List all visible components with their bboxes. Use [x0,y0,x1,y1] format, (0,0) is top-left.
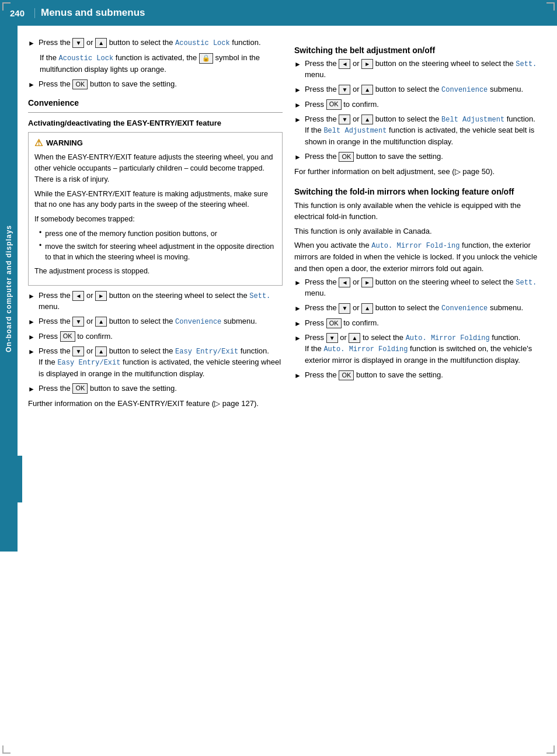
belt-step2: ► Press the ▼ or ▲ button to select the … [294,84,545,95]
belt-further-info: For further information on belt adjustme… [294,166,545,178]
mirror-step4-text: Press ▼ or ▲ to select the Auto. Mirror … [305,332,545,366]
belt-step5-arrow: ► [294,152,301,162]
bullet-arrow: ► [28,39,35,48]
step3-text: Press OK to confirm. [39,331,283,342]
auto-mirror-fn2: Auto. Mirror Folding [406,334,490,342]
mirror-step5-arrow: ► [294,371,301,381]
btn-up-b4: ▲ [361,115,373,124]
sidebar-label: On-board computer and displays [0,26,18,552]
warning-para2: While the EASY-ENTRY/EXIT feature is mak… [34,189,276,211]
sett-menu-m1: Sett. [516,279,537,287]
mirror-para1: This function is only available when the… [294,200,545,223]
blue-accent-bar [18,456,22,502]
btn-down-m4: ▼ [326,333,338,343]
mirror-step2-arrow: ► [294,304,301,314]
easy-entry-fn: Easy Entry/Exit [175,348,238,356]
belt-adj-fn: Belt Adjustment [441,116,504,124]
step1: ► Press the ◄ or ► button on the steerin… [28,290,283,313]
btn-up3: ▲ [95,346,107,356]
step3: ► Press OK to confirm. [28,331,283,342]
sidebar-label-text: On-board computer and displays [5,225,13,352]
mirror-step3-arrow: ► [294,319,301,329]
convenience-title: Convenience [28,98,283,107]
section-divider [28,112,283,113]
step3-arrow: ► [28,332,35,342]
mirror-step2: ► Press the ▼ or ▲ button to select the … [294,303,545,314]
main-content: ► Press the ▼ or ▲ button to select the … [22,32,557,756]
auto-mirror-fn: Auto. Mirror Fold‑ing [371,242,459,250]
warning-para4: The adjustment process is stopped. [34,266,276,277]
sett-menu-b1: Sett. [516,60,537,68]
press-ok-save-acoustic: ► Press the OK button to save the settin… [28,79,283,90]
lock-icon-box: 🔒 [199,53,213,63]
mirror-section-title: Switching the fold-in mirrors when locki… [294,187,545,196]
page-container: 240 Menus and submenus On-board computer… [0,0,557,756]
btn-right1: ► [95,291,107,301]
auto-mirror-fn3: Auto. Mirror Folding [323,345,408,353]
btn-up-m4: ▲ [349,333,360,343]
mirror-para2: This function is only available in Canad… [294,226,545,237]
corner-tr [546,2,555,11]
belt-step3: ► Press OK to confirm. [294,99,545,110]
step5-text: Press the OK button to save the setting. [39,383,283,394]
belt-step3-arrow: ► [294,100,301,110]
step2: ► Press the ▼ or ▲ button to select the … [28,316,283,327]
convenience-menu1: Convenience [175,318,221,326]
btn-ok-m5: OK [339,370,354,380]
mirror-step1-text: Press the ◄ or ► button on the steering … [305,277,545,299]
belt-step5: ► Press the OK button to save the settin… [294,151,545,162]
acoustic-lock-note: If the Acoustic Lock function is activat… [40,52,283,75]
left-column: ► Press the ▼ or ▲ button to select the … [28,37,283,744]
belt-step5-text: Press the OK button to save the setting. [305,151,545,162]
activating-title: Activating/deactivating the EASY-ENTRY/E… [28,119,283,127]
btn-left-m1: ◄ [339,278,350,287]
warning-para1: When the EASY-ENTRY/EXIT feature adjusts… [34,152,276,185]
mirror-step4-arrow: ► [294,334,301,344]
step5-arrow: ► [28,384,35,394]
mirror-step3-text: Press OK to confirm. [305,318,545,329]
btn-up-m2: ▲ [361,303,373,313]
belt-step1-text: Press the ◄ or ► button on the steering … [305,58,545,81]
btn-down-b2: ▼ [339,85,350,95]
corner-bl [2,745,11,754]
mirror-para3: When you activate the Auto. Mirror Fold‑… [294,240,545,274]
step4-text: Press the ▼ or ▲ button to select the Ea… [39,346,283,380]
btn-down: ▼ [72,38,84,48]
btn-ok3: OK [72,383,88,393]
btn-right-m1: ► [361,278,373,287]
mirror-step2-text: Press the ▼ or ▲ button to select the Co… [305,303,545,314]
belt-step4-arrow: ► [294,115,301,125]
step1-text: Press the ◄ or ► button on the steering … [39,290,283,313]
mirror-step5: ► Press the OK button to save the settin… [294,370,545,381]
mirror-step4: ► Press ▼ or ▲ to select the Auto. Mirro… [294,332,545,366]
convenience-menu-b: Convenience [441,86,488,94]
further-info-easy-entry: Further information on the EASY-ENTRY/EX… [28,398,283,410]
warning-box: ⚠ WARNING When the EASY-ENTRY/EXIT featu… [28,132,283,286]
warning-title: ⚠ WARNING [34,137,276,148]
mirror-step1-arrow: ► [294,278,301,288]
belt-step2-text: Press the ▼ or ▲ button to select the Co… [305,84,545,95]
btn-up2: ▲ [95,317,107,327]
step1-arrow: ► [28,292,35,301]
convenience-menu-m: Convenience [441,304,488,313]
right-column: Switching the belt adjustment on/off ► P… [294,37,545,744]
acoustic-lock-bullet: ► Press the ▼ or ▲ button to select the … [28,37,283,48]
btn-down3: ▼ [72,346,84,356]
easy-entry-fn2: Easy Entry/Exit [57,359,120,367]
press-ok-save-text: Press the OK button to save the setting. [39,79,283,90]
btn-ok2: OK [60,331,75,341]
acoustic-lock-fn2: Acoustic Lock [59,54,114,63]
btn-down2: ▼ [72,317,84,327]
step5: ► Press the OK button to save the settin… [28,383,283,394]
btn-left1: ◄ [72,291,84,301]
step2-text: Press the ▼ or ▲ button to select the Co… [39,316,283,327]
warning-bullet1: • press one of the memory function posit… [39,228,276,239]
btn-right-b1: ► [361,59,373,69]
warning-label: WARNING [46,138,83,147]
mirror-step1: ► Press the ◄ or ► button on the steerin… [294,277,545,299]
warning-para3: If somebody becomes trapped: [34,214,276,225]
btn-ok-b3: OK [326,99,342,109]
belt-adj-fn2: Belt Adjustment [323,127,387,135]
page-title: Menus and submenus [41,7,145,19]
sub-dot1: • [39,228,41,237]
